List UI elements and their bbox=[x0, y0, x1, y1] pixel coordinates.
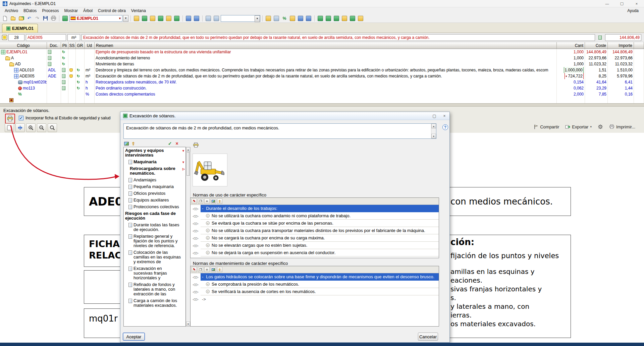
tree-item[interactable]: Refinado de fondos y laterales a mano, c… bbox=[124, 281, 185, 297]
dialog-title-bar[interactable]: Excavación de sótanos. ▢ × bbox=[120, 112, 449, 120]
description-field[interactable]: Excavación de sótanos de más de 2 m de p… bbox=[82, 34, 595, 41]
edit-icon[interactable]: ✎ bbox=[192, 267, 197, 272]
header-pli[interactable]: Pli bbox=[61, 42, 68, 49]
next-icon[interactable]: ▷ bbox=[196, 222, 199, 225]
scroll-up-icon[interactable]: ▲ bbox=[431, 124, 436, 128]
import-icon[interactable]: ⇧ bbox=[130, 141, 136, 147]
share-button[interactable]: Compartir bbox=[534, 124, 559, 129]
calculator-icon[interactable] bbox=[297, 15, 304, 22]
import-job-icon[interactable] bbox=[17, 15, 25, 22]
scroll-thumb[interactable] bbox=[186, 152, 190, 176]
prev-icon[interactable]: ◁ bbox=[193, 251, 195, 255]
norm-row[interactable]: ◁▷ -No se elevarán cargas que no estén b… bbox=[191, 242, 439, 249]
norm-row[interactable]: ◁▷ -Se evitará que la cuchara se sitúe p… bbox=[191, 220, 439, 227]
tree-item[interactable]: Protecciones colectivas bbox=[124, 204, 185, 210]
tree-item[interactable]: Equipos auxiliares bbox=[124, 197, 185, 204]
norm-row-selected[interactable]: ◁▷ Los gatos hidráulicos se colocarán so… bbox=[191, 273, 439, 281]
table-row[interactable] bbox=[0, 97, 644, 103]
spreadsheet-icon[interactable] bbox=[333, 15, 340, 22]
new-document-icon[interactable] bbox=[1, 15, 9, 22]
tree-header[interactable]: Riesgos en cada fase de ejecución bbox=[124, 210, 185, 222]
next-icon[interactable]: ▷ bbox=[196, 214, 199, 218]
next-icon[interactable]: ▷ bbox=[196, 236, 199, 240]
table-row[interactable]: % % Costes directos complementarios 2,00… bbox=[0, 91, 644, 97]
header-ud[interactable]: Ud bbox=[85, 42, 95, 49]
close-button[interactable]: × bbox=[629, 0, 644, 7]
next-icon[interactable]: ▷ bbox=[196, 244, 199, 247]
incorporate-ficha-checkbox[interactable]: ✓ Incorporar ficha al Estudio de segurid… bbox=[19, 116, 110, 120]
norm-row-new[interactable]: ◁▷ -> bbox=[191, 295, 439, 303]
attachment-icon[interactable] bbox=[273, 15, 280, 22]
document-import-icon[interactable] bbox=[596, 34, 604, 41]
checkbox-checked-icon[interactable]: ✓ bbox=[19, 116, 23, 120]
job-database-icon[interactable] bbox=[61, 15, 69, 22]
documents-icon[interactable] bbox=[149, 15, 156, 22]
prev-icon[interactable]: ◁ bbox=[193, 290, 195, 294]
table-row[interactable]: AD ↻ Movimiento de tierras 1,000 11.023,… bbox=[0, 61, 644, 67]
table-row[interactable]: ADL010 ADL ↻ m² Desbroce y limpieza del … bbox=[0, 67, 644, 73]
window-new-icon[interactable] bbox=[213, 15, 220, 22]
header-resumen[interactable]: Resumen bbox=[95, 42, 557, 49]
prev-icon[interactable]: ◁ bbox=[193, 283, 195, 286]
update-prices-icon[interactable] bbox=[165, 15, 172, 22]
norm-row[interactable]: ◁▷ -No se dejará la carga en suspensión … bbox=[191, 249, 439, 256]
chapters-icon[interactable] bbox=[141, 15, 148, 22]
accept-check-icon[interactable]: ✓ bbox=[167, 141, 173, 147]
header-gr[interactable]: GR bbox=[76, 42, 85, 49]
tree-item[interactable]: Replanteo general y fijación de los punt… bbox=[124, 233, 185, 249]
menu-procesos[interactable]: Procesos bbox=[39, 8, 61, 14]
header-doc[interactable]: Doc. bbox=[47, 42, 61, 49]
print-button[interactable]: Imprimir... bbox=[609, 124, 635, 129]
maximize-button[interactable]: ▢ bbox=[614, 0, 629, 7]
table-row[interactable]: EJEMPLO1 ↻ Ejemplo de presupuesto basado… bbox=[0, 49, 644, 55]
prev-icon[interactable]: ◁ bbox=[193, 222, 195, 225]
table-row[interactable]: A ↻ Acondicionamiento del terreno 1,000 … bbox=[0, 55, 644, 61]
tree-item[interactable]: Andamiajes bbox=[124, 177, 185, 183]
report-icon[interactable] bbox=[325, 15, 332, 22]
help-button[interactable]: ? bbox=[442, 124, 448, 130]
scroll-up-icon[interactable]: ▲ bbox=[186, 147, 190, 152]
image-icon[interactable] bbox=[211, 198, 216, 204]
code-field[interactable]: ADE005 bbox=[26, 34, 66, 41]
tree-levels-icon[interactable] bbox=[133, 15, 140, 22]
unit-field[interactable]: m³ bbox=[67, 34, 80, 41]
prev-icon[interactable]: ◁ bbox=[193, 244, 195, 247]
tree-item-selected[interactable]: Retrocargadora sobre neumáticos.▷ bbox=[124, 165, 185, 177]
filter-dropdown-icon[interactable]: ▼ bbox=[255, 15, 260, 22]
filter-selector[interactable]: ▼ bbox=[221, 15, 260, 22]
accept-button[interactable]: Aceptar bbox=[123, 333, 145, 341]
tree-header[interactable]: Agentes y equipos intervinientes▼ bbox=[124, 147, 185, 159]
cancel-cross-icon[interactable]: × bbox=[174, 141, 180, 147]
open-job-icon[interactable] bbox=[9, 15, 17, 22]
header-codigo[interactable]: Código bbox=[0, 42, 47, 49]
next-icon[interactable]: ▷ bbox=[196, 283, 199, 286]
norm-row[interactable]: ◁▷ -No se cargará la cuchara por encima … bbox=[191, 234, 439, 242]
menu-mostrar[interactable]: Mostrar bbox=[61, 8, 80, 14]
header-importe[interactable]: Importe bbox=[608, 42, 634, 49]
copy-icon[interactable]: ❐ bbox=[198, 267, 203, 272]
prev-icon[interactable]: ◁ bbox=[193, 236, 195, 240]
next-icon[interactable]: ▷ bbox=[196, 251, 199, 255]
menu-control-de-obra[interactable]: Control de obra bbox=[95, 8, 128, 14]
scrollbar[interactable]: ▲ ▼ bbox=[431, 124, 436, 138]
header-coste[interactable]: Coste bbox=[585, 42, 608, 49]
tree-item[interactable]: Colocación de las camillas en las esquin… bbox=[124, 249, 185, 265]
send-icon[interactable] bbox=[357, 15, 364, 22]
menu-archivo[interactable]: Archivo bbox=[2, 8, 21, 14]
flag-icon[interactable] bbox=[265, 15, 272, 22]
job-selector[interactable]: EJEMPLO1 ▼ bbox=[69, 15, 122, 22]
next-icon[interactable]: ▷ bbox=[196, 229, 199, 233]
formula-icon[interactable] bbox=[185, 15, 192, 22]
norm-row[interactable]: ◁▷ -Se comprobará la presión de los neum… bbox=[191, 281, 439, 288]
scroll-down-icon[interactable]: ▼ bbox=[186, 322, 190, 326]
tree-item[interactable]: Maquinaria▼ bbox=[124, 159, 185, 165]
import-icon[interactable]: ⇧ bbox=[217, 267, 222, 272]
print-icon[interactable] bbox=[50, 15, 57, 22]
row-number-field[interactable]: 28 bbox=[8, 34, 24, 41]
prev-icon[interactable]: ◁ bbox=[193, 275, 195, 279]
header-cant[interactable]: Cant bbox=[557, 42, 585, 49]
page-preview-icon[interactable] bbox=[5, 123, 14, 132]
chevron-down-icon[interactable]: ▼ bbox=[182, 149, 185, 153]
zoom-out-icon[interactable] bbox=[37, 123, 46, 132]
tree-item[interactable]: Excavación en sucesivas franjas horizont… bbox=[124, 265, 185, 281]
